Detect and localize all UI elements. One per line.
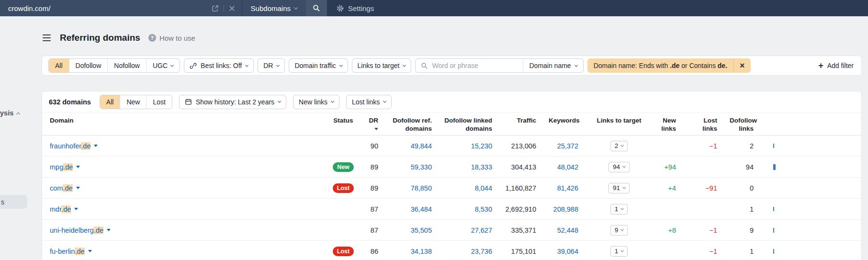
links-to-target-filter-button[interactable]: Links to target <box>352 58 412 73</box>
traffic-value: 1,160,827 <box>505 184 549 192</box>
dofollow-linked-domains-value[interactable]: 18,333 <box>444 163 505 171</box>
domain-tld-highlight: .de <box>81 142 90 150</box>
tab-dofollow[interactable]: Dofollow <box>69 59 108 72</box>
gear-icon <box>336 4 344 12</box>
target-mode-dropdown[interactable]: Subdomains <box>242 4 306 12</box>
dofollow-linked-domains-value[interactable]: 27,627 <box>444 226 505 234</box>
tab-all-links[interactable]: All <box>49 59 69 72</box>
search-icon <box>421 62 428 69</box>
search-scope-dropdown[interactable]: Domain name <box>523 59 583 72</box>
dofollow-ref-domains-value[interactable]: 78,850 <box>391 184 444 192</box>
word-or-phrase-search-group: Domain name <box>415 58 583 73</box>
active-filter-chip[interactable]: Domain name: Ends with .de or Contains d… <box>587 58 751 73</box>
new-links-dropdown[interactable]: New links <box>293 95 339 109</box>
keywords-value[interactable]: 25,372 <box>549 142 591 150</box>
col-header-domain[interactable]: Domain <box>48 117 323 125</box>
col-header-links-to-target[interactable]: Links to target <box>591 117 647 125</box>
domain-caret-icon[interactable] <box>88 250 92 252</box>
sidebar-item-fragment[interactable]: s <box>0 195 27 209</box>
links-to-target-select[interactable]: 9 <box>610 225 628 236</box>
chevron-down-icon <box>575 63 578 67</box>
keywords-value[interactable]: 208,988 <box>549 205 591 213</box>
settings-button[interactable]: Settings <box>336 0 374 16</box>
tab-status-all[interactable]: All <box>100 95 121 109</box>
chevron-down-icon <box>622 186 626 189</box>
dofollow-ref-domains-value[interactable]: 34,138 <box>391 248 444 255</box>
lost-links-dropdown[interactable]: Lost links <box>346 95 392 109</box>
keywords-value[interactable]: 81,426 <box>549 184 591 192</box>
sidebar-section-fragment[interactable]: ysis <box>0 109 20 117</box>
tab-ugc[interactable]: UGC <box>147 59 180 72</box>
target-mode-label: Subdomains <box>251 4 291 12</box>
domain-caret-icon[interactable] <box>74 208 78 210</box>
col-header-dr[interactable]: DR <box>364 117 391 133</box>
best-links-filter-button[interactable]: Best links: Off <box>184 58 254 73</box>
dofollow-linked-domains-value[interactable]: 8,044 <box>444 184 505 192</box>
domain-link[interactable]: com.de <box>50 184 73 192</box>
domain-caret-icon[interactable] <box>107 229 111 231</box>
col-header-traffic[interactable]: Traffic <box>505 117 549 125</box>
new-links-cell: +94 <box>647 163 688 171</box>
keywords-value[interactable]: 39,064 <box>549 248 591 255</box>
domain-tld-highlight: .de <box>61 205 71 213</box>
links-to-target-select[interactable]: 91 <box>609 183 630 193</box>
new-links-value: +4 <box>668 184 676 192</box>
target-url-group: Subdomains <box>0 0 306 16</box>
table-row: com.de Lost 89 78,850 8,044 1,160,827 81… <box>42 178 861 199</box>
menu-icon[interactable] <box>42 34 52 42</box>
col-header-lost-links[interactable]: Lost links <box>688 117 730 133</box>
word-or-phrase-input[interactable] <box>432 62 518 69</box>
domain-link[interactable]: uni-heidelberg.de <box>50 226 103 234</box>
lost-links-value: −1 <box>709 248 717 255</box>
domain-caret-icon[interactable] <box>94 145 98 147</box>
table-controls: 632 domains All New Lost Show history: L… <box>42 91 861 113</box>
domain-caret-icon[interactable] <box>76 166 80 168</box>
col-header-dofollow-links[interactable]: Dofollow links <box>730 117 766 133</box>
domain-link[interactable]: fraunhofer.de <box>50 142 90 150</box>
filters-bar: All Dofollow Nofollow UGC Best links: Of… <box>42 56 862 76</box>
keywords-value[interactable]: 52,448 <box>549 226 591 234</box>
tab-status-new[interactable]: New <box>120 95 147 109</box>
dofollow-ref-domains-value[interactable]: 35,505 <box>391 226 444 234</box>
domain-link[interactable]: mdr.de <box>50 205 71 213</box>
chevron-up-icon <box>16 113 20 116</box>
domain-traffic-filter-button[interactable]: Domain traffic <box>289 58 348 73</box>
how-to-use-link[interactable]: ? How to use <box>148 34 195 42</box>
dofollow-ref-domains-value[interactable]: 49,844 <box>391 142 444 150</box>
chevron-down-icon <box>622 165 626 168</box>
col-header-dofollow-linked-domains[interactable]: Dofollow linked domains <box>444 117 505 133</box>
domain-caret-icon[interactable] <box>76 187 80 189</box>
new-links-cell: +4 <box>647 184 688 192</box>
domain-link[interactable]: fu-berlin.de <box>50 248 85 255</box>
links-to-target-select[interactable]: 1 <box>610 204 628 215</box>
chevron-down-icon <box>620 207 624 210</box>
target-url-input[interactable] <box>0 0 212 16</box>
show-history-dropdown[interactable]: Show history: Last 2 years <box>179 95 286 109</box>
dofollow-linked-domains-value[interactable]: 15,230 <box>444 142 505 150</box>
open-external-link-icon[interactable] <box>212 5 219 12</box>
status-badge: Lost <box>333 247 354 256</box>
remove-filter-icon[interactable]: × <box>733 58 751 73</box>
links-to-target-select[interactable]: 2 <box>610 141 628 151</box>
col-header-new-links[interactable]: New links <box>647 117 688 133</box>
col-header-status[interactable]: Status <box>323 117 364 125</box>
new-links-value: +8 <box>668 226 676 234</box>
dofollow-linked-domains-value[interactable]: 8,530 <box>444 205 505 213</box>
dofollow-links-value: 9 <box>730 226 766 234</box>
links-to-target-select[interactable]: 1 <box>610 246 628 257</box>
links-to-target-select[interactable]: 94 <box>609 162 630 172</box>
dofollow-ref-domains-value[interactable]: 59,330 <box>391 163 444 171</box>
col-header-keywords[interactable]: Keywords <box>549 117 591 125</box>
tab-nofollow[interactable]: Nofollow <box>108 59 147 72</box>
lost-links-value: −1 <box>709 226 717 234</box>
domain-link[interactable]: mpg.de <box>50 163 73 171</box>
dofollow-linked-domains-value[interactable]: 23,736 <box>444 248 505 255</box>
keywords-value[interactable]: 48,042 <box>549 163 591 171</box>
search-button[interactable] <box>306 0 327 16</box>
dofollow-ref-domains-value[interactable]: 36,484 <box>391 205 444 213</box>
col-header-dofollow-ref-domains[interactable]: Dofollow ref. domains <box>391 117 444 133</box>
tab-status-lost[interactable]: Lost <box>147 95 171 109</box>
add-filter-button[interactable]: + Add filter <box>818 61 855 70</box>
clear-input-icon[interactable] <box>229 5 235 11</box>
dr-filter-button[interactable]: DR <box>258 58 285 73</box>
